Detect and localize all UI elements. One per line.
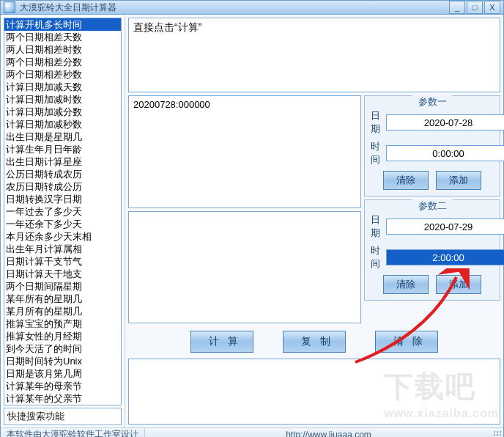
list-item[interactable]: 日期时间转为Unix bbox=[4, 355, 121, 367]
sidebar: 计算开机多长时间两个日期相差天数两人日期相差时数两个日期相差分数两个日期相差秒数… bbox=[1, 15, 125, 427]
date-label: 日期 bbox=[371, 109, 380, 136]
list-item[interactable]: 某年所有的星期几 bbox=[4, 293, 121, 305]
maximize-button[interactable]: □ bbox=[467, 1, 483, 14]
quick-search-input[interactable] bbox=[4, 408, 122, 425]
main-panel: 直接点击“计算” 20200728:000000 参数一 日期 ▼ bbox=[125, 15, 503, 427]
list-item[interactable]: 日期计算天干地支 bbox=[4, 268, 121, 280]
time-label: 时间 bbox=[371, 244, 380, 271]
time-input-2[interactable] bbox=[386, 249, 504, 265]
add-button-2[interactable]: 添加 bbox=[436, 275, 481, 294]
param-group-2: 参数二 日期 ▼ 时间 ▼ bbox=[364, 199, 500, 301]
list-item[interactable]: 到今天活了的时间 bbox=[4, 342, 121, 355]
app-title: 大漠驼铃大全日期计算器 bbox=[20, 1, 116, 14]
credit-text: 本软件由大漠驼铃软件工作室设计 bbox=[1, 428, 145, 437]
list-item[interactable]: 一年还余下多少天 bbox=[4, 218, 121, 230]
list-item[interactable]: 一年过去了多少天 bbox=[4, 205, 121, 218]
log-box-top[interactable]: 20200728:000000 bbox=[128, 95, 361, 208]
time-input-1[interactable] bbox=[386, 145, 504, 161]
instruction-text: 直接点击“计算” bbox=[133, 21, 201, 33]
log-text: 20200728:000000 bbox=[133, 99, 210, 110]
list-item[interactable]: 两个日期相差天数 bbox=[4, 31, 121, 43]
param-group-1: 参数一 日期 ▼ 时间 ▼ bbox=[364, 95, 500, 197]
result-box[interactable] bbox=[128, 359, 500, 425]
list-item[interactable]: 本月还余多少天末相 bbox=[4, 230, 121, 243]
list-item[interactable]: 两个日期相差分数 bbox=[4, 56, 121, 68]
log-box-bottom[interactable] bbox=[128, 211, 361, 324]
clear-button-2[interactable]: 清除 bbox=[383, 275, 429, 294]
resize-grip[interactable] bbox=[489, 428, 503, 437]
statusbar: 本软件由大漠驼铃软件工作室设计 http://www.liuaaa.com bbox=[1, 427, 503, 437]
time-label: 时间 bbox=[371, 140, 380, 166]
client-area: 计算开机多长时间两个日期相差天数两人日期相差时数两个日期相差分数两个日期相差秒数… bbox=[1, 15, 503, 427]
list-item[interactable]: 出生年月计算属相 bbox=[4, 243, 121, 255]
list-item[interactable]: 推算宝宝的预产期 bbox=[4, 317, 121, 330]
list-item[interactable]: 出生日期计算星座 bbox=[4, 155, 121, 168]
list-item[interactable]: 公历日期转成农历 bbox=[4, 168, 121, 180]
function-list[interactable]: 计算开机多长时间两个日期相差天数两人日期相差时数两个日期相差分数两个日期相差秒数… bbox=[4, 18, 122, 405]
copy-button[interactable]: 复制 bbox=[283, 331, 346, 353]
list-item[interactable]: 计算日期加减分数 bbox=[4, 106, 121, 118]
list-item[interactable]: 某月所有的星期几 bbox=[4, 305, 121, 317]
list-item[interactable]: 计算某年的父亲节 bbox=[4, 392, 121, 405]
list-item[interactable]: 日期计算干支节气 bbox=[4, 255, 121, 268]
instruction-box[interactable]: 直接点击“计算” bbox=[128, 18, 500, 92]
list-item[interactable]: 两人日期相差时数 bbox=[4, 43, 121, 56]
list-item[interactable]: 计算日期加减时数 bbox=[4, 93, 121, 106]
app-window: 大漠驼铃大全日期计算器 _ □ X 计算开机多长时间两个日期相差天数两人日期相差… bbox=[0, 0, 504, 437]
list-item[interactable]: 计算生年月日年龄 bbox=[4, 143, 121, 155]
close-button[interactable]: X bbox=[484, 1, 500, 14]
list-item[interactable]: 两个日期相差秒数 bbox=[4, 68, 121, 81]
clear-all-button[interactable]: 清除 bbox=[375, 331, 438, 353]
website-url[interactable]: http://www.liuaaa.com bbox=[145, 428, 489, 437]
list-item[interactable]: 农历日期转成公历 bbox=[4, 180, 121, 193]
app-icon bbox=[4, 1, 15, 13]
clear-button-1[interactable]: 清除 bbox=[383, 171, 429, 190]
list-item[interactable]: 两个日期间隔星期 bbox=[4, 280, 121, 293]
list-item[interactable]: 日期转换汉字日期 bbox=[4, 193, 121, 205]
minimize-button[interactable]: _ bbox=[449, 1, 465, 14]
date-label: 日期 bbox=[371, 213, 380, 240]
date-input-2[interactable] bbox=[386, 218, 504, 235]
group-title: 参数一 bbox=[412, 95, 453, 109]
group-title: 参数二 bbox=[412, 199, 453, 213]
list-item[interactable]: 计算日期加减天数 bbox=[4, 81, 121, 93]
date-input-1[interactable] bbox=[386, 114, 504, 131]
list-item[interactable]: 出生日期是星期几 bbox=[4, 131, 121, 143]
list-item[interactable]: 计算某年的母亲节 bbox=[4, 380, 121, 392]
add-button-1[interactable]: 添加 bbox=[436, 171, 481, 190]
list-item[interactable]: 计算日期加减秒数 bbox=[4, 118, 121, 131]
list-item[interactable]: 推算女性的月经期 bbox=[4, 330, 121, 342]
action-button-row: 计算 复制 清除 bbox=[128, 326, 500, 356]
list-item[interactable]: 日期是该月第几周 bbox=[4, 367, 121, 380]
calculate-button[interactable]: 计算 bbox=[190, 331, 253, 353]
titlebar[interactable]: 大漠驼铃大全日期计算器 _ □ X bbox=[1, 1, 503, 15]
list-item[interactable]: 计算开机多长时间 bbox=[4, 18, 121, 31]
